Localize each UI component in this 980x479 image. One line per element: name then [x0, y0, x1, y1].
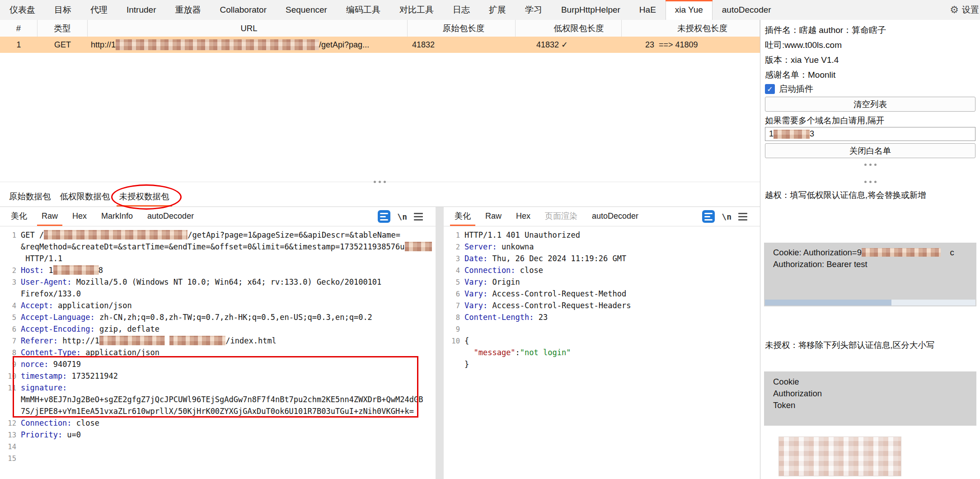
request-editor-tab-3[interactable]: MarkInfo [94, 207, 140, 226]
menu-tab-4[interactable]: 重放器 [165, 0, 210, 20]
line-number: 6 [446, 288, 460, 300]
menu-tab-15[interactable]: autoDecoder [713, 0, 781, 20]
menu-tab-10[interactable]: 扩展 [479, 0, 516, 20]
menu-tab-7[interactable]: 编码工具 [337, 0, 390, 20]
row-cell-3: 41832 [408, 37, 516, 53]
line-number [3, 405, 16, 417]
menu-tab-14[interactable]: xia Yue [666, 0, 713, 20]
code-line: 1GET //getApi?page=1&pageSize=6&apiDescr… [3, 229, 436, 241]
code-line: 9 [446, 323, 760, 335]
code-line: 6Accept-Encoding: gzip, deflate [3, 323, 436, 335]
column-header-0[interactable]: # [0, 20, 38, 37]
packet-tabs: 原始数据包低权限数据包未授权数据包 [0, 188, 760, 207]
code-text: Connection: close [21, 417, 99, 429]
settings-button[interactable]: ⚙ 设置 [950, 0, 980, 20]
menu-tab-11[interactable]: 学习 [516, 0, 552, 20]
text-segment: Accept-Language: [21, 313, 95, 322]
editor-menu-icon[interactable] [414, 213, 423, 221]
column-header-3[interactable]: 原始包长度 [408, 20, 516, 37]
text-segment: signature: [21, 383, 67, 392]
response-editor-tab-2[interactable]: Hex [509, 207, 538, 226]
code-text: Host: 18 [21, 264, 103, 276]
code-text: Firefox/133.0 [21, 288, 81, 300]
code-line: 3User-Agent: Mozilla/5.0 (Windows NT 10.… [3, 276, 436, 288]
menu-tab-8[interactable]: 对比工具 [390, 0, 443, 20]
code-text: signature: [21, 382, 67, 394]
line-number: 7 [3, 335, 16, 347]
menu-tab-9[interactable]: 日志 [443, 0, 479, 20]
column-header-1[interactable]: 类型 [38, 20, 88, 37]
line-number [3, 394, 16, 405]
text-segment: Priority: [21, 430, 62, 439]
response-editor: 美化RawHex页面渲染autoDecoder \n 1HTTP/1.1 401… [444, 207, 760, 479]
request-editor-tab-0[interactable]: 美化 [4, 207, 34, 226]
packet-tab-1[interactable]: 低权限数据包 [56, 188, 115, 207]
text-segment: http://1 [58, 336, 99, 345]
menu-tab-6[interactable]: Sequencer [276, 0, 337, 20]
response-editor-tab-0[interactable]: 美化 [447, 207, 478, 226]
row-cell-4: 41832 ✓ [516, 37, 622, 53]
response-editor-tab-3[interactable]: 页面渲染 [538, 207, 585, 226]
response-editor-tab-4[interactable]: autoDecoder [585, 207, 646, 226]
highlight-icon[interactable] [702, 210, 715, 223]
menu-tab-5[interactable]: Collaborator [210, 0, 276, 20]
enable-plugin-checkbox[interactable]: ✓ [765, 84, 775, 94]
newline-toggle-icon[interactable]: \n [722, 212, 731, 221]
burp-window: 仪表盘目标代理Intruder重放器CollaboratorSequencer编… [0, 0, 980, 479]
code-line: 3Date: Thu, 26 Dec 2024 11:19:26 GMT [446, 253, 760, 264]
code-line: 12Connection: close [3, 417, 436, 429]
menu-tab-12[interactable]: BurpHttpHelper [552, 0, 630, 20]
response-editor-tab-1[interactable]: Raw [478, 207, 509, 226]
request-editor-tab-2[interactable]: Hex [65, 207, 94, 226]
menu-tab-0[interactable]: 仪表盘 [0, 0, 45, 20]
editor-menu-icon[interactable] [738, 213, 747, 221]
newline-toggle-icon[interactable]: \n [397, 212, 407, 221]
code-text: Token [773, 399, 795, 411]
unauth-headers-textarea[interactable]: CookieAuthorizationToken [764, 371, 976, 426]
table-row[interactable]: 1GEThttp://1/getApi?pag...4183241832 ✓23… [0, 37, 760, 53]
highlight-icon[interactable] [378, 210, 390, 223]
request-editor-tab-1[interactable]: Raw [34, 207, 65, 226]
menu-tab-1[interactable]: 目标 [45, 0, 81, 20]
code-line: 2Host: 18 [3, 264, 436, 276]
packet-tab-2[interactable]: 未授权数据包 [115, 188, 174, 207]
code-text: Vary: Access-Control-Request-Method [464, 288, 626, 300]
text-segment: 8 [98, 266, 103, 275]
code-text: HTTP/1.1 [21, 253, 62, 264]
code-line: 2Server: unkowna [446, 241, 760, 253]
code-line: Firefox/133.0 [3, 288, 436, 300]
column-header-4[interactable]: 低权限包长度 [516, 20, 622, 37]
clear-list-button[interactable]: 清空列表 [765, 97, 975, 112]
code-text: GET //getApi?page=1&pageSize=6&apiDescr=… [21, 229, 400, 241]
packet-tab-0[interactable]: 原始数据包 [5, 188, 56, 207]
code-line: 4Accept: application/json [3, 300, 436, 311]
code-line: 10timestamp: 1735211942 [3, 370, 436, 382]
code-line: 6Vary: Access-Control-Request-Method [446, 288, 760, 300]
text-segment: 23 [534, 313, 548, 322]
code-text: Authorization [773, 387, 822, 399]
code-text: Accept-Language: zh-CN,zh;q=0.8,zh-TW;q=… [21, 311, 372, 323]
column-header-2[interactable]: URL [88, 20, 408, 37]
text-segment: Vary: [464, 301, 488, 310]
text-segment: Referer: [21, 336, 58, 345]
horizontal-scrollbar[interactable] [765, 300, 975, 305]
menu-tab-2[interactable]: 代理 [81, 0, 117, 20]
menu-tab-3[interactable]: Intruder [117, 0, 165, 20]
sidebar-splitter-handle[interactable] [765, 181, 975, 183]
whitelist-input[interactable]: 13 [765, 127, 975, 141]
close-whitelist-button[interactable]: 关闭白名单 [765, 143, 975, 158]
code-text: } [464, 358, 469, 370]
splitter-handle[interactable] [352, 179, 407, 184]
menu-tab-13[interactable]: HaE [630, 0, 666, 20]
request-content[interactable]: 1GET //getApi?page=1&pageSize=6&apiDescr… [0, 226, 436, 464]
whitelist-hint: 如果需要多个域名加白请用,隔开 [765, 115, 975, 126]
line-number: 6 [3, 323, 16, 335]
column-header-5[interactable]: 未授权包长度 [622, 20, 760, 37]
response-content[interactable]: 1HTTP/1.1 401 Unauthorized2Server: unkow… [444, 226, 760, 370]
text-segment: Content-Type: [21, 348, 81, 357]
sidebar-splitter-handle[interactable] [765, 164, 975, 166]
plugin-info: 插件名：瞎越 author：算命瞎子 吐司:www.t00ls.com 版本：x… [765, 23, 975, 82]
privilege-auth-textarea[interactable]: Cookie: Authorization=9 cAuthorization: … [764, 243, 976, 306]
request-editor-tab-4[interactable]: autoDecoder [140, 207, 201, 226]
main-region: #类型URL原始包长度低权限包长度未授权包长度 1GEThttp://1/get… [0, 20, 760, 479]
